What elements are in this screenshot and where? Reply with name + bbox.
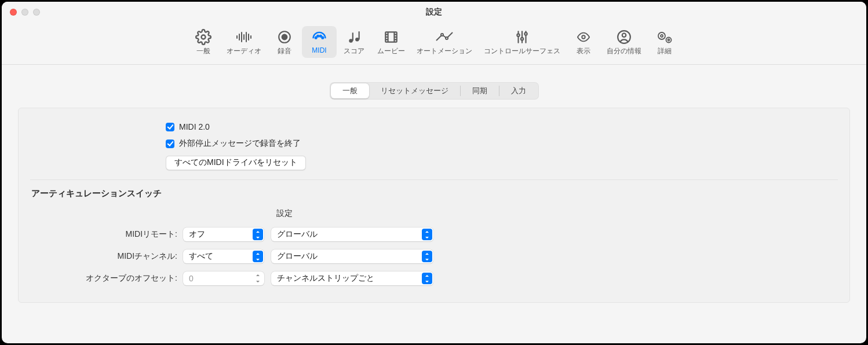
label-midi-remote: MIDIリモート: bbox=[19, 229, 183, 240]
tab-label: 表示 bbox=[577, 46, 590, 56]
automation-icon bbox=[435, 28, 454, 46]
film-icon bbox=[383, 28, 399, 46]
gears-icon bbox=[656, 28, 673, 46]
select-midi-remote-scope[interactable]: グローバル bbox=[271, 227, 433, 241]
tab-label: コントロールサーフェス bbox=[484, 46, 560, 56]
tab-label: 自分の情報 bbox=[607, 46, 641, 56]
svg-point-32 bbox=[517, 34, 519, 36]
svg-point-40 bbox=[666, 38, 672, 43]
select-value: 0 bbox=[189, 274, 194, 283]
select-midi-remote[interactable]: オフ bbox=[183, 227, 264, 241]
content-area: 一般 リセットメッセージ 同期 入力 MIDI 2.0 外部停止メッセージで録音… bbox=[2, 65, 866, 312]
subtab-sync[interactable]: 同期 bbox=[461, 83, 499, 98]
tab-audio[interactable]: オーディオ bbox=[221, 26, 267, 60]
select-octave-offset-scope[interactable]: チャンネルストリップごと bbox=[271, 271, 433, 285]
subtab-input[interactable]: 入力 bbox=[499, 83, 538, 98]
reset-midi-drivers-button[interactable]: すべてのMIDIドライバをリセット bbox=[166, 156, 306, 170]
chevron-updown-icon bbox=[422, 273, 432, 284]
tab-label: オーディオ bbox=[227, 46, 261, 56]
tab-control-surfaces[interactable]: コントロールサーフェス bbox=[478, 26, 566, 60]
tab-my-info[interactable]: 自分の情報 bbox=[601, 26, 647, 60]
preferences-window: 設定 一般 オーディオ 録音 MIDI bbox=[2, 2, 866, 343]
chevron-updown-icon bbox=[254, 271, 262, 285]
checkbox-midi20[interactable] bbox=[166, 123, 174, 131]
preferences-toolbar: 一般 オーディオ 録音 MIDI スコア bbox=[2, 23, 866, 65]
tab-label: ムービー bbox=[377, 46, 405, 56]
chevron-updown-icon bbox=[253, 251, 263, 262]
sliders-icon bbox=[514, 28, 530, 46]
svg-point-39 bbox=[661, 35, 663, 37]
select-value: グローバル bbox=[277, 229, 318, 240]
gear-icon bbox=[195, 28, 211, 46]
svg-point-9 bbox=[282, 35, 287, 40]
select-value: オフ bbox=[189, 229, 205, 240]
svg-point-28 bbox=[446, 37, 448, 39]
minimize-icon[interactable] bbox=[21, 9, 28, 16]
record-icon bbox=[277, 28, 292, 46]
tab-midi[interactable]: MIDI bbox=[302, 26, 337, 58]
svg-point-0 bbox=[202, 35, 206, 39]
zoom-icon[interactable] bbox=[33, 9, 40, 16]
close-icon[interactable] bbox=[10, 9, 17, 16]
subtab-reset-messages[interactable]: リセットメッセージ bbox=[369, 83, 460, 98]
divider bbox=[30, 179, 838, 180]
subtab-general[interactable]: 一般 bbox=[331, 83, 369, 98]
tab-record[interactable]: 録音 bbox=[267, 26, 302, 60]
tab-label: 詳細 bbox=[658, 46, 672, 56]
svg-point-37 bbox=[622, 34, 626, 38]
checkbox-midi20-label: MIDI 2.0 bbox=[179, 122, 210, 131]
svg-point-10 bbox=[315, 37, 317, 39]
midi-icon bbox=[311, 28, 327, 46]
window-title: 設定 bbox=[2, 7, 866, 17]
eye-icon bbox=[575, 28, 592, 46]
select-value: すべて bbox=[189, 251, 213, 262]
music-notes-icon bbox=[346, 28, 362, 46]
checkbox-stop-external[interactable] bbox=[166, 140, 174, 148]
svg-point-41 bbox=[668, 39, 670, 41]
tab-automation[interactable]: オートメーション bbox=[411, 26, 478, 60]
checkbox-stop-external-label: 外部停止メッセージで録音を終了 bbox=[179, 138, 301, 149]
chevron-updown-icon bbox=[253, 229, 263, 240]
svg-point-38 bbox=[658, 32, 665, 39]
select-value: グローバル bbox=[277, 251, 318, 262]
column-header-settings: 設定 bbox=[19, 208, 849, 219]
select-midi-channel-scope[interactable]: グローバル bbox=[271, 249, 433, 263]
svg-point-13 bbox=[322, 37, 323, 39]
svg-point-35 bbox=[582, 35, 585, 39]
select-midi-channel[interactable]: すべて bbox=[183, 249, 264, 263]
tab-label: MIDI bbox=[312, 46, 326, 54]
user-circle-icon bbox=[617, 28, 632, 46]
svg-point-27 bbox=[441, 34, 443, 36]
svg-point-33 bbox=[521, 38, 523, 40]
svg-rect-16 bbox=[352, 32, 353, 41]
select-octave-offset[interactable]: 0 bbox=[183, 271, 264, 285]
label-octave-offset: オクターブのオフセット: bbox=[19, 273, 183, 284]
section-articulation-title: アーティキュレーションスイッチ bbox=[19, 187, 849, 208]
tab-label: 一般 bbox=[196, 46, 210, 56]
window-controls bbox=[2, 9, 40, 16]
tab-score[interactable]: スコア bbox=[337, 26, 371, 60]
tab-movie[interactable]: ムービー bbox=[371, 26, 411, 60]
sub-tab-bar: 一般 リセットメッセージ 同期 入力 bbox=[18, 82, 850, 100]
titlebar: 設定 bbox=[2, 2, 866, 23]
settings-panel: MIDI 2.0 外部停止メッセージで録音を終了 すべてのMIDIドライバをリセ… bbox=[18, 108, 850, 303]
tab-advanced[interactable]: 詳細 bbox=[647, 26, 682, 60]
chevron-updown-icon bbox=[422, 251, 432, 262]
svg-rect-17 bbox=[359, 31, 360, 39]
tab-label: スコア bbox=[344, 46, 364, 56]
svg-point-11 bbox=[317, 35, 319, 37]
svg-point-34 bbox=[524, 32, 527, 35]
chevron-updown-icon bbox=[422, 229, 432, 240]
svg-point-12 bbox=[320, 35, 322, 37]
waveform-icon bbox=[235, 28, 253, 46]
tab-label: 録音 bbox=[278, 46, 291, 56]
select-value: チャンネルストリップごと bbox=[277, 273, 374, 284]
tab-general[interactable]: 一般 bbox=[186, 26, 221, 60]
tab-label: オートメーション bbox=[417, 46, 472, 56]
tab-view[interactable]: 表示 bbox=[566, 26, 601, 60]
label-midi-channel: MIDIチャンネル: bbox=[19, 251, 183, 262]
